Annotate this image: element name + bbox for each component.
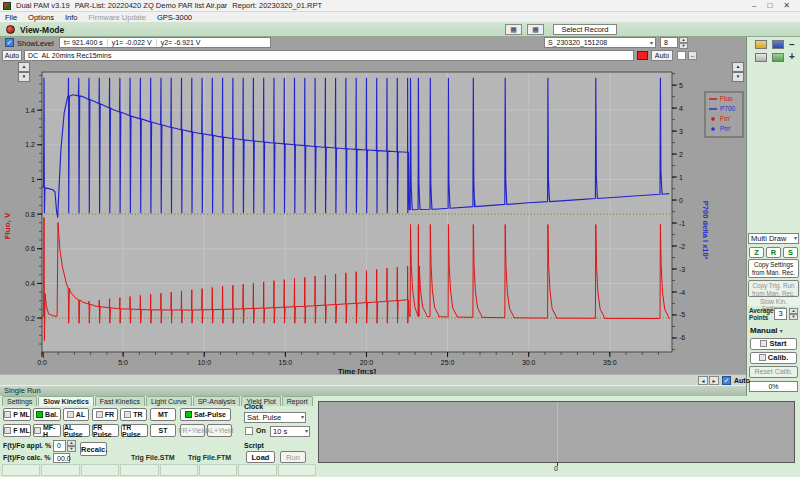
comment-field[interactable]: DC AL 20mins Rec15mins: [24, 50, 634, 61]
recalc-button[interactable]: Recalc.: [80, 442, 107, 456]
marker-checkbox[interactable]: [677, 51, 686, 60]
svg-text:2: 2: [679, 151, 683, 158]
tab-settings[interactable]: Settings: [2, 396, 37, 406]
trig-file-stm-label[interactable]: Trig File.STM: [131, 454, 175, 461]
tab-report[interactable]: Report: [282, 396, 313, 406]
button-label: FR Pulse: [93, 424, 118, 438]
ctl-al-button[interactable]: AL: [63, 408, 89, 421]
al-checkbox[interactable]: [67, 411, 74, 418]
table-view-button[interactable]: ▦: [505, 24, 522, 35]
fo-appl-stepper[interactable]: ▲ ▼: [67, 440, 76, 452]
clock-interval-value: 10 s: [273, 427, 287, 436]
minimize-button[interactable]: –: [752, 1, 756, 10]
zrs-button-s[interactable]: S: [783, 247, 798, 258]
trig-file-ftm-label[interactable]: Trig File.FTM: [188, 454, 231, 461]
dash-icon[interactable]: –: [688, 51, 697, 60]
zoom-out-button[interactable]: –: [789, 40, 795, 49]
mode-dropdown[interactable]: Manual ▾: [750, 326, 783, 335]
svg-text:P700: P700: [720, 105, 736, 112]
right-scale-stepper[interactable]: ▲ ▼: [732, 62, 744, 82]
ctl-p-ml-button[interactable]: P ML: [3, 408, 31, 421]
menu-info[interactable]: Info: [65, 13, 78, 22]
ctl-sat-pulse-button[interactable]: Sat-Pulse: [180, 408, 231, 421]
left-scale-stepper[interactable]: ▲ ▼: [18, 62, 30, 82]
ctl-f-ml-button[interactable]: F ML: [3, 424, 31, 437]
show-level-checkbox[interactable]: ✓: [5, 38, 14, 47]
fo-appl-input[interactable]: 0: [53, 440, 66, 452]
average-points-value[interactable]: 3: [774, 308, 787, 320]
ctl-al-pulse-button[interactable]: AL Pulse: [63, 424, 90, 437]
clock-mode-dropdown[interactable]: Sat. Pulse▾: [244, 412, 306, 423]
time-scrollbar[interactable]: ◂ ▸ ✓ Auto: [0, 374, 746, 385]
down-arrow-icon[interactable]: ▼: [18, 72, 30, 82]
ctl-tr-button[interactable]: TR: [120, 408, 147, 421]
mf-h-checkbox[interactable]: [34, 427, 41, 434]
down-arrow-icon[interactable]: ▼: [67, 446, 76, 452]
fast-kinetics-plot[interactable]: [318, 401, 795, 463]
open-folder-icon[interactable]: [755, 40, 767, 49]
svg-text:10:0: 10:0: [197, 359, 211, 366]
scroll-left-button[interactable]: ◂: [698, 376, 708, 385]
ctl-mt-button[interactable]: MT: [150, 408, 176, 421]
down-arrow-icon[interactable]: ▼: [679, 43, 688, 49]
zoom-in-button[interactable]: +: [789, 52, 795, 61]
chart-canvas[interactable]: 0:05:010:015:020:025:030:035:0Time [m:s]…: [0, 58, 746, 374]
record-number-stepper[interactable]: ▲ ▼: [679, 37, 688, 48]
select-record-button[interactable]: Select Record: [553, 24, 617, 35]
ctl-st-button[interactable]: ST: [150, 424, 176, 437]
kinetics-chart[interactable]: 0:05:010:015:020:025:030:035:0Time [m:s]…: [0, 58, 746, 374]
copy-trig-line2: from Man. Rec.: [752, 290, 795, 297]
calib-button[interactable]: Calib.: [750, 352, 797, 364]
printer-icon[interactable]: [755, 53, 767, 62]
start-checkbox[interactable]: [760, 340, 767, 347]
auto-color-button[interactable]: Auto: [651, 50, 673, 61]
readout-time: t= 921.400 s: [60, 39, 108, 46]
calib-checkbox[interactable]: [759, 354, 766, 361]
auto-scale-button[interactable]: Auto: [2, 50, 22, 61]
menu-options[interactable]: Options: [28, 13, 54, 22]
ctl-fr-pulse-button[interactable]: FR Pulse: [92, 424, 119, 437]
tab-light-curve[interactable]: Light Curve: [146, 396, 192, 406]
tr-checkbox[interactable]: [124, 411, 131, 418]
show-level-label: ShowLevel: [17, 39, 54, 48]
record-color-swatch[interactable]: [637, 51, 648, 60]
export-icon[interactable]: [772, 53, 784, 62]
scroll-right-button[interactable]: ▸: [709, 376, 719, 385]
sat-pulse-checkbox[interactable]: [185, 411, 192, 418]
button-label: FR: [105, 411, 114, 418]
copy-settings-button[interactable]: Copy Settings from Man. Rec.: [748, 259, 799, 278]
zrs-button-r[interactable]: R: [766, 247, 781, 258]
down-arrow-icon[interactable]: ▼: [789, 314, 798, 320]
tab-slow-kinetics[interactable]: Slow Kinetics: [38, 396, 94, 406]
f-ml-checkbox[interactable]: [4, 427, 11, 434]
maximize-button[interactable]: □: [767, 1, 772, 10]
save-icon[interactable]: [772, 40, 784, 49]
menu-gps-3000[interactable]: GPS-3000: [157, 13, 192, 22]
clock-on-checkbox[interactable]: [245, 427, 253, 435]
down-arrow-icon[interactable]: ▼: [732, 72, 744, 82]
ctl-tr-pulse-button[interactable]: TR Pulse: [121, 424, 148, 437]
ctl-mf-h-button[interactable]: MF-H: [33, 424, 61, 437]
record-dropdown[interactable]: S_230320_151208▾: [544, 37, 656, 48]
tab-fast-kinetics[interactable]: Fast Kinetics: [95, 396, 145, 406]
bal--checkbox[interactable]: [36, 411, 43, 418]
report-view-button[interactable]: ▦: [527, 24, 544, 35]
scroll-auto-checkbox[interactable]: ✓: [722, 376, 731, 385]
up-arrow-icon[interactable]: ▲: [732, 62, 744, 72]
multi-draw-dropdown[interactable]: Multi Draw▾: [748, 233, 799, 244]
average-points-stepper[interactable]: ▲ ▼: [789, 308, 798, 320]
p-ml-checkbox[interactable]: [4, 411, 11, 418]
clock-interval-dropdown[interactable]: 10 s▾: [270, 426, 310, 437]
ctl-fr-button[interactable]: FR: [92, 408, 118, 421]
tab-sp-analysis[interactable]: SP-Analysis: [193, 396, 241, 406]
svg-text:Fm': Fm': [720, 115, 731, 122]
zrs-button-z[interactable]: Z: [749, 247, 764, 258]
up-arrow-icon[interactable]: ▲: [18, 62, 30, 72]
close-button[interactable]: ✕: [783, 1, 790, 10]
record-number-input[interactable]: 8: [660, 37, 678, 48]
ctl-bal--button[interactable]: Bal.: [33, 408, 61, 421]
script-load-button[interactable]: Load: [246, 451, 275, 463]
fr-checkbox[interactable]: [96, 411, 103, 418]
start-button[interactable]: Start: [750, 338, 797, 350]
menu-file[interactable]: File: [5, 13, 17, 22]
